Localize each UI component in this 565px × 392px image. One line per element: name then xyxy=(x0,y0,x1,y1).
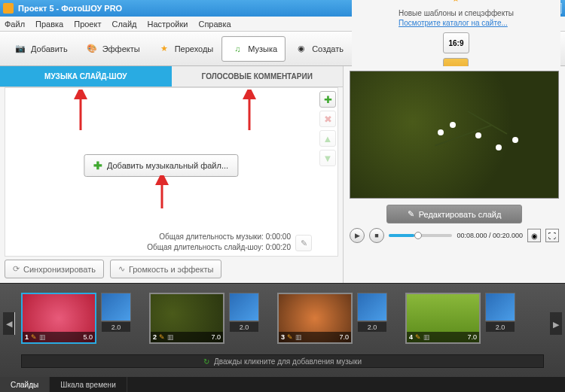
timeline-strip[interactable]: 1✎▥5.02.02✎▥7.02.03✎▥7.02.04✎▥7.02.0 xyxy=(0,284,565,344)
palette-icon: 🎨 xyxy=(84,41,99,56)
toolbar-effects[interactable]: 🎨Эффекты xyxy=(76,36,148,62)
menu-slide[interactable]: Слайд xyxy=(111,20,136,29)
slide-thumb[interactable]: 1✎▥5.0 xyxy=(21,293,96,344)
layers-icon: ▥ xyxy=(423,333,430,341)
slide-group: 2✎▥7.02.0 xyxy=(149,293,259,344)
slide-group: 1✎▥5.02.0 xyxy=(21,293,131,344)
transition-duration: 2.0 xyxy=(230,322,258,332)
refresh-icon: ↻ xyxy=(203,357,209,366)
timeline-next[interactable]: ▶ xyxy=(550,312,562,335)
timeline-prev[interactable]: ◀ xyxy=(3,312,15,335)
transition-duration: 2.0 xyxy=(486,322,515,332)
layers-icon: ▥ xyxy=(167,333,174,341)
transition-duration: 2.0 xyxy=(358,322,386,332)
star-icon: ★ xyxy=(157,41,172,56)
thumb-info-bar: 1✎▥5.0 xyxy=(23,332,95,342)
app-icon xyxy=(3,3,14,14)
timecode: 00:08.000 / 00:20.000 xyxy=(457,232,523,239)
camera-icon: 📷 xyxy=(13,41,28,56)
toolbar: 📷Добавить 🎨Эффекты ★Переходы ♫Музыка ◉Со… xyxy=(0,32,565,66)
camera-icon: ◉ xyxy=(531,232,538,240)
music-list: ✚ Добавить музыкальный файл... Общая дли… xyxy=(5,88,316,256)
slide-duration: 7.0 xyxy=(467,333,477,341)
pencil-icon: ✎ xyxy=(415,333,421,341)
thumb-info-bar: 4✎▥7.0 xyxy=(407,332,479,342)
transition-thumb[interactable]: 2.0 xyxy=(229,293,259,321)
slide-number: 1 xyxy=(25,333,29,341)
slide-thumb[interactable]: 3✎▥7.0 xyxy=(277,293,353,344)
footer-tab-timeline[interactable]: Шкала времени xyxy=(50,377,127,392)
transition-thumb[interactable]: 2.0 xyxy=(485,293,515,321)
preview-panel: ✎Редактировать слайд ▶ ■ 00:08.000 / 00:… xyxy=(344,66,565,283)
duration-info: Общая длительность музыки: 0:00:00 Общая… xyxy=(147,232,291,253)
transition-thumb[interactable]: 2.0 xyxy=(357,293,387,321)
footer-tabs: Слайды Шкала времени xyxy=(0,377,565,392)
pencil-icon: ✎ xyxy=(31,333,37,341)
move-down-button[interactable]: ▼ xyxy=(319,150,336,166)
toolbar-create[interactable]: ◉Создать xyxy=(286,36,352,62)
window-title: Проект 5 - ФотоШОУ PRO xyxy=(18,4,122,13)
menu-settings[interactable]: Настройки xyxy=(148,20,188,29)
add-music-button[interactable]: ✚ Добавить музыкальный файл... xyxy=(84,154,238,177)
tab-voice-comments[interactable]: ГОЛОСОВЫЕ КОММЕНТАРИИ xyxy=(172,66,344,87)
volume-effects-button[interactable]: ∿Громкость и эффекты xyxy=(110,260,221,278)
thumb-info-bar: 3✎▥7.0 xyxy=(279,332,351,342)
snapshot-button[interactable]: ◉ xyxy=(527,229,541,242)
promo-link[interactable]: Посмотрите каталог на сайте... xyxy=(399,18,514,28)
arrow-annotation xyxy=(154,175,170,211)
music-panel: МУЗЫКА СЛАЙД-ШОУ ГОЛОСОВЫЕ КОММЕНТАРИИ ✚… xyxy=(0,66,344,283)
player-controls: ▶ ■ 00:08.000 / 00:20.000 ◉ ⛶ xyxy=(350,226,559,245)
menu-help[interactable]: Справка xyxy=(198,20,231,29)
toolbar-music[interactable]: ♫Музыка xyxy=(221,36,286,62)
sync-icon: ⟳ xyxy=(13,264,20,274)
slide-duration: 7.0 xyxy=(339,333,349,341)
pencil-icon: ✎ xyxy=(159,333,165,341)
arrow-annotation xyxy=(73,90,88,133)
fullscreen-icon: ⛶ xyxy=(548,232,556,240)
remove-track-button[interactable]: ✖ xyxy=(319,111,336,127)
disc-icon: ◉ xyxy=(294,41,309,56)
slide-thumb[interactable]: 4✎▥7.0 xyxy=(405,293,481,344)
promo-block: Новые шаблоны и спецэффекты Посмотрите к… xyxy=(399,8,514,28)
music-track[interactable]: ↻ Дважды кликните для добавления музыки xyxy=(21,354,544,368)
slide-number: 2 xyxy=(153,333,157,341)
footer-tab-slides[interactable]: Слайды xyxy=(0,377,50,392)
equalizer-icon: ∿ xyxy=(118,264,125,274)
promo-line1: Новые шаблоны и спецэффекты xyxy=(399,8,514,18)
layers-icon: ▥ xyxy=(295,333,302,341)
transition-thumb[interactable]: 2.0 xyxy=(101,293,131,321)
aspect-button[interactable]: 16:9 xyxy=(443,32,469,53)
wand-icon: ✎ xyxy=(301,239,307,248)
promo-star-icon: ★ xyxy=(452,0,460,4)
slide-number: 3 xyxy=(281,333,285,341)
seek-bar[interactable] xyxy=(389,234,452,237)
stop-button[interactable]: ■ xyxy=(369,228,384,243)
menu-file[interactable]: Файл xyxy=(5,20,25,29)
fullscreen-button[interactable]: ⛶ xyxy=(545,229,559,242)
layers-icon: ▥ xyxy=(39,333,46,341)
edit-slide-button[interactable]: ✎Редактировать слайд xyxy=(386,205,522,223)
plus-icon: ✚ xyxy=(93,160,102,172)
preview-viewport[interactable] xyxy=(350,71,559,199)
toolbar-transitions[interactable]: ★Переходы xyxy=(148,36,222,62)
slide-group: 3✎▥7.02.0 xyxy=(277,293,387,344)
wand-button[interactable]: ✎ xyxy=(295,235,312,251)
play-button[interactable]: ▶ xyxy=(350,228,365,243)
timeline-panel: ◀ ▶ 1✎▥5.02.02✎▥7.02.03✎▥7.02.04✎▥7.02.0… xyxy=(0,283,565,377)
slide-number: 4 xyxy=(409,333,413,341)
toolbar-add[interactable]: 📷Добавить xyxy=(5,36,76,62)
thumb-info-bar: 2✎▥7.0 xyxy=(151,332,223,342)
tab-slideshow-music[interactable]: МУЗЫКА СЛАЙД-ШОУ xyxy=(0,66,172,87)
menu-project[interactable]: Проект xyxy=(74,20,101,29)
move-up-button[interactable]: ▲ xyxy=(319,130,336,147)
menu-edit[interactable]: Правка xyxy=(35,20,63,29)
slide-thumb[interactable]: 2✎▥7.0 xyxy=(149,293,224,344)
pencil-icon: ✎ xyxy=(287,333,293,341)
arrow-annotation xyxy=(242,90,257,133)
sync-button[interactable]: ⟳Синхронизировать xyxy=(5,260,104,278)
add-track-button[interactable]: ✚ xyxy=(319,91,336,108)
slide-group: 4✎▥7.02.0 xyxy=(405,293,515,344)
transition-duration: 2.0 xyxy=(102,322,130,332)
slide-duration: 5.0 xyxy=(83,333,93,341)
pencil-icon: ✎ xyxy=(408,209,414,219)
